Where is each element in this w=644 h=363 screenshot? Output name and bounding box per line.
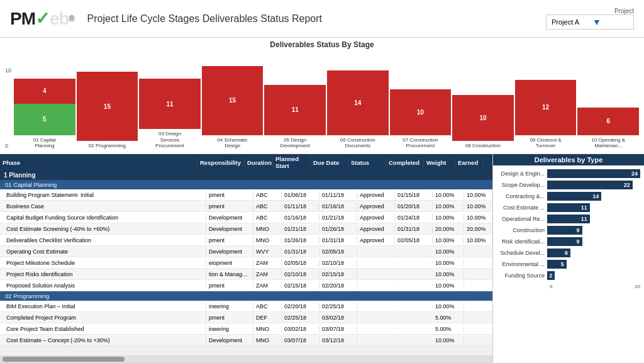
td-start: 01/16/18: [282, 214, 319, 221]
td-status: Approved: [357, 191, 395, 199]
td-status: Approved: [357, 203, 395, 210]
bar-01: 4501 Capital Planning: [14, 60, 75, 149]
bar-green-segment: 5: [14, 104, 75, 135]
td-status: [357, 340, 395, 341]
type-bar-value: 9: [576, 227, 579, 233]
td-resp: tion & Management: [206, 271, 253, 278]
td-resp: pment: [206, 191, 253, 199]
td-completed: [395, 306, 433, 307]
bar-02: 1502 Programming: [77, 65, 138, 149]
table-row: Building Program Statement- Initial pmen…: [0, 189, 492, 201]
table-row: Cost Estimate – Concept (-20% to +30%) D…: [0, 335, 492, 346]
bar-08: 1008 Construction: [452, 65, 514, 149]
type-label: Construction: [497, 227, 547, 233]
td-due: 02/05/18: [319, 248, 357, 255]
td-completed: 01/24/18: [395, 214, 433, 221]
td-resp: Development: [206, 214, 253, 221]
td-dur: MNO: [253, 225, 282, 233]
table-row: Business Case pment ABC 01/11/18 01/16/1…: [0, 201, 492, 212]
td-phase: Core Project Team Established: [0, 325, 206, 333]
type-bar-container: 24: [547, 169, 640, 178]
type-bar: 5: [547, 260, 567, 269]
td-resp: ineering: [206, 303, 253, 310]
td-phase: Operating Cost Estimate: [0, 248, 206, 255]
td-dur: ZAM: [253, 271, 282, 278]
type-bar-value: 6: [565, 250, 568, 256]
td-weight: 10.00%: [433, 337, 464, 344]
project-label: Project: [614, 8, 634, 14]
th-status: Status: [348, 158, 386, 167]
sub-header: 02 Programming: [0, 291, 492, 301]
td-phase: Completed Project Program: [0, 314, 206, 321]
th-earned: Earned: [455, 158, 484, 167]
type-bar: 6: [547, 249, 570, 257]
bar-04: 1504 Schematic Design: [202, 60, 264, 149]
td-start: 02/05/18: [282, 259, 319, 267]
td-resp: Development: [206, 225, 253, 233]
type-label: Funding Source: [497, 272, 547, 279]
table-row: Project Risks Identification tion & Mana…: [0, 269, 492, 280]
td-due: 03/12/18: [319, 337, 357, 344]
bar-label: 06 Construction Documents: [337, 137, 378, 149]
type-chart-row: Design & Engin...24: [497, 169, 640, 178]
td-due: 02/10/18: [319, 259, 357, 267]
type-bar-container: 5: [547, 260, 640, 269]
th-due-date: Due Date: [311, 158, 348, 167]
td-dur: ABC: [253, 191, 282, 199]
type-bar: 24: [547, 169, 640, 178]
td-phase: Building Program Statement- Initial: [0, 191, 206, 199]
td-earned: 10.00%: [464, 191, 492, 199]
td-completed: 01/20/18: [395, 203, 433, 210]
chart-section: Deliverables Status By Stage 10 0 4501 C…: [0, 38, 644, 154]
project-value: Project A: [552, 18, 587, 26]
header: PM ✓ eb ® Project Life Cycle Stages Deli…: [0, 0, 644, 38]
bar-red-segment: 11: [264, 85, 326, 135]
td-dur: MNO: [253, 325, 282, 333]
bar-red-segment: 14: [327, 70, 389, 135]
td-dur: ABC: [253, 203, 282, 210]
project-dropdown[interactable]: Project A ▼: [546, 14, 634, 30]
type-chart-row: Scope Develop...22: [497, 181, 640, 189]
project-selector: Project Project A ▼: [546, 8, 634, 30]
td-earned: [464, 340, 492, 341]
report-title: Project Life Cycle Stages Deliverables S…: [87, 13, 546, 25]
type-bar-container: 11: [547, 203, 640, 212]
td-start: 01/26/18: [282, 237, 319, 244]
td-phase: Capital Budget Funding Source Identifica…: [0, 214, 206, 221]
bar-label: 10 Operating & Maintenan...: [588, 137, 629, 149]
td-dur: DEF: [253, 314, 282, 321]
table-row: BIM Execution Plan – Initial ineering AB…: [0, 301, 492, 312]
type-bar-container: 9: [547, 226, 640, 235]
td-start: 02/15/18: [282, 282, 319, 289]
td-resp: pment: [206, 203, 253, 210]
bar-label: 08 Construction: [465, 143, 501, 149]
td-dur: ABC: [253, 214, 282, 221]
bar-red-segment: 4: [14, 79, 75, 104]
td-start: 01/21/18: [282, 225, 319, 233]
td-weight: 10.00%: [433, 237, 464, 244]
td-completed: [395, 317, 433, 318]
bar-chart-area: 10 0 4501 Capital Planning1502 Programmi…: [5, 52, 639, 149]
y-axis-bottom: 0: [5, 143, 11, 149]
type-label: Scope Develop...: [497, 182, 547, 188]
td-status: [357, 328, 395, 330]
type-chart: Design & Engin...24Scope Develop...22Con…: [493, 165, 644, 363]
td-dur: ABC: [253, 303, 282, 310]
table-body[interactable]: 1 Planning01 Capital Planning Building P…: [0, 170, 492, 355]
type-chart-row: Construction9: [497, 226, 640, 235]
td-earned: [464, 317, 492, 318]
table-row: Proposed Solution Analysis pment ZAM 02/…: [0, 280, 492, 291]
table-section: Phase Responsibility Duration Planned St…: [0, 154, 493, 363]
td-earned: [464, 251, 492, 252]
td-resp: ineering: [206, 325, 253, 333]
td-earned: 10.00%: [464, 214, 492, 221]
td-resp: Development: [206, 248, 253, 255]
type-bar-container: 22: [547, 181, 640, 189]
x-axis-type: 020: [497, 282, 640, 289]
bar-10: 610 Operating & Maintenan...: [577, 60, 639, 149]
td-dur: ZAM: [253, 282, 282, 289]
chart-title: Deliverables Status By Stage: [5, 40, 639, 49]
td-phase: BIM Execution Plan – Initial: [0, 303, 206, 310]
td-status: [357, 262, 395, 264]
type-bar-value: 14: [592, 193, 599, 199]
